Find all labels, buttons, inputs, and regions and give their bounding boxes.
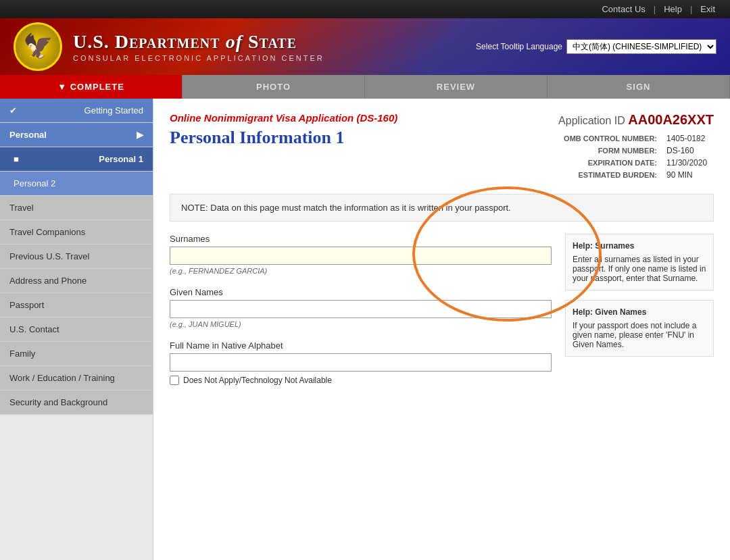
tab-review[interactable]: REVIEW xyxy=(365,75,548,99)
tab-photo[interactable]: PHOTO xyxy=(182,75,365,99)
tooltip-language-selector[interactable]: Select Tooltip Language 中文(简体) (CHINESE-… xyxy=(476,39,716,54)
surnames-label: Surnames xyxy=(170,234,552,244)
sidebar-label-getting-started: Getting Started xyxy=(84,105,143,116)
sidebar-label-travel: Travel xyxy=(9,203,34,213)
form-area: Surnames (e.g., FERNANDEZ GARCIA) Given … xyxy=(170,234,714,397)
sidebar-item-family[interactable]: Family xyxy=(0,342,153,366)
given-names-label: Given Names xyxy=(170,287,552,297)
checkbox-row: Does Not Apply/Technology Not Available xyxy=(170,376,552,385)
burden-row: ESTIMATED BURDEN: 90 MIN xyxy=(560,170,711,180)
omb-value: 1405-0182 xyxy=(662,133,711,144)
given-names-input[interactable] xyxy=(170,300,552,318)
note-text: NOTE: Data on this page must match the i… xyxy=(181,203,511,213)
app-info: Application ID AA00A26XXT OMB CONTROL NU… xyxy=(558,112,714,182)
nav-tabs: ▼ COMPLETE PHOTO REVIEW SIGN xyxy=(0,75,730,99)
does-not-apply-label: Does Not Apply/Technology Not Available xyxy=(183,376,332,385)
omb-row: OMB CONTROL NUMBER: 1405-0182 xyxy=(560,133,711,144)
sidebar-item-personal[interactable]: Personal ▶ xyxy=(0,123,153,147)
field-group-native-name: Full Name in Native Alphabet Does Not Ap… xyxy=(170,340,552,385)
page-header: Online Nonimmigrant Visa Application (DS… xyxy=(170,112,714,182)
help-block-given-names: Help: Given Names If your passport does … xyxy=(565,300,714,357)
agency-subtitle: CONSULAR ELECTRONIC APPLICATION CENTER xyxy=(73,54,324,62)
tab-review-label: REVIEW xyxy=(437,82,475,92)
tab-sign-label: SIGN xyxy=(627,82,651,92)
sidebar-item-security-background[interactable]: Security and Background xyxy=(0,390,153,415)
page-subtitle: Online Nonimmigrant Visa Application (DS… xyxy=(170,112,397,124)
form-value: DS-160 xyxy=(662,145,711,156)
help-given-names-title: Help: Given Names xyxy=(573,307,706,317)
field-group-surnames: Surnames (e.g., FERNANDEZ GARCIA) xyxy=(170,234,552,275)
agency-logo: 🦅 xyxy=(14,22,62,71)
sidebar-item-personal-1[interactable]: ■ Personal 1 xyxy=(0,147,153,172)
omb-label: OMB CONTROL NUMBER: xyxy=(560,133,661,144)
form-row: FORM NUMBER: DS-160 xyxy=(560,145,711,156)
eagle-icon: 🦅 xyxy=(23,32,53,61)
help-block-surnames: Help: Surnames Enter all surnames as lis… xyxy=(565,234,714,290)
sidebar-label-personal: Personal xyxy=(9,130,47,140)
tab-complete-arrow: ▼ xyxy=(57,82,70,92)
top-bar: Contact Us | Help | Exit xyxy=(0,0,730,18)
content-area: Online Nonimmigrant Visa Application (DS… xyxy=(153,99,730,560)
personal-arrow-icon: ▶ xyxy=(137,130,143,140)
sidebar-item-travel-companions[interactable]: Travel Companions xyxy=(0,220,153,245)
sidebar-label-personal-2: Personal 2 xyxy=(14,178,55,188)
help-surnames-text: Enter all surnames as listed in your pas… xyxy=(573,255,706,283)
tooltip-lang-label: Select Tooltip Language xyxy=(476,42,562,51)
does-not-apply-checkbox[interactable] xyxy=(170,376,179,385)
sidebar-item-previous-us-travel[interactable]: Previous U.S. Travel xyxy=(0,245,153,269)
page-title: Personal Information 1 xyxy=(170,128,397,148)
tab-sign[interactable]: SIGN xyxy=(548,75,730,99)
sidebar-item-passport[interactable]: Passport xyxy=(0,293,153,317)
sidebar: ✔ Getting Started Personal ▶ ■ Personal … xyxy=(0,99,153,560)
tab-photo-label: PHOTO xyxy=(256,82,291,92)
sidebar-label-family: Family xyxy=(9,349,35,359)
sidebar-label-us-contact: U.S. Contact xyxy=(9,324,59,334)
surnames-hint: (e.g., FERNANDEZ GARCIA) xyxy=(170,267,552,275)
sidebar-label-passport: Passport xyxy=(9,300,44,310)
help-link[interactable]: Help xyxy=(656,3,690,16)
check-icon: ✔ xyxy=(9,105,17,116)
header-title: U.S. Department of State CONSULAR ELECTR… xyxy=(73,31,324,62)
language-select[interactable]: 中文(简体) (CHINESE-SIMPLIFIED) English xyxy=(566,39,716,54)
app-id: Application ID AA00A26XXT xyxy=(558,112,714,128)
sidebar-item-work-education-training[interactable]: Work / Education / Training xyxy=(0,366,153,390)
sidebar-label-address-phone: Address and Phone xyxy=(9,276,87,286)
header: 🦅 U.S. Department of State CONSULAR ELEC… xyxy=(0,18,730,75)
help-panel: Help: Surnames Enter all surnames as lis… xyxy=(565,234,714,397)
sidebar-label-travel-companions: Travel Companions xyxy=(9,227,85,237)
sidebar-label-work-education-training: Work / Education / Training xyxy=(9,373,115,383)
exit-link[interactable]: Exit xyxy=(692,3,723,16)
help-given-names-text: If your passport does not include a give… xyxy=(573,321,696,349)
sidebar-item-us-contact[interactable]: U.S. Contact xyxy=(0,317,153,342)
note-box: NOTE: Data on this page must match the i… xyxy=(170,194,714,222)
given-names-hint: (e.g., JUAN MIGUEL) xyxy=(170,320,552,328)
burden-value: 90 MIN xyxy=(662,170,711,180)
page-title-section: Online Nonimmigrant Visa Application (DS… xyxy=(170,112,397,148)
expiry-row: EXPIRATION DATE: 11/30/2020 xyxy=(560,157,711,168)
field-group-given-names: Given Names (e.g., JUAN MIGUEL) xyxy=(170,287,552,328)
surnames-input[interactable] xyxy=(170,247,552,265)
agency-name: U.S. Department of State xyxy=(73,31,324,53)
bullet-icon: ■ xyxy=(14,154,19,164)
sidebar-label-personal-1: Personal 1 xyxy=(99,154,143,164)
sidebar-item-address-phone[interactable]: Address and Phone xyxy=(0,269,153,293)
form-label: FORM NUMBER: xyxy=(560,145,661,156)
expiry-label: EXPIRATION DATE: xyxy=(560,157,661,168)
expiry-value: 11/30/2020 xyxy=(662,157,711,168)
sidebar-item-travel[interactable]: Travel xyxy=(0,196,153,220)
header-right: Select Tooltip Language 中文(简体) (CHINESE-… xyxy=(476,39,716,54)
contact-us-link[interactable]: Contact Us xyxy=(593,3,653,16)
help-surnames-title: Help: Surnames xyxy=(573,241,706,251)
native-name-input[interactable] xyxy=(170,353,552,372)
app-id-label: Application ID xyxy=(558,115,625,126)
sidebar-label-security-background: Security and Background xyxy=(9,397,107,407)
sidebar-item-personal-2[interactable]: Personal 2 xyxy=(0,172,153,196)
sidebar-item-getting-started[interactable]: ✔ Getting Started xyxy=(0,99,153,123)
sidebar-label-previous-us-travel: Previous U.S. Travel xyxy=(9,251,90,261)
native-name-label: Full Name in Native Alphabet xyxy=(170,340,552,351)
tab-complete[interactable]: ▼ COMPLETE xyxy=(0,75,182,99)
tab-complete-label: COMPLETE xyxy=(70,82,124,92)
app-id-value: AA00A26XXT xyxy=(628,112,714,127)
form-fields: Surnames (e.g., FERNANDEZ GARCIA) Given … xyxy=(170,234,552,397)
app-info-table: OMB CONTROL NUMBER: 1405-0182 FORM NUMBE… xyxy=(558,132,712,182)
